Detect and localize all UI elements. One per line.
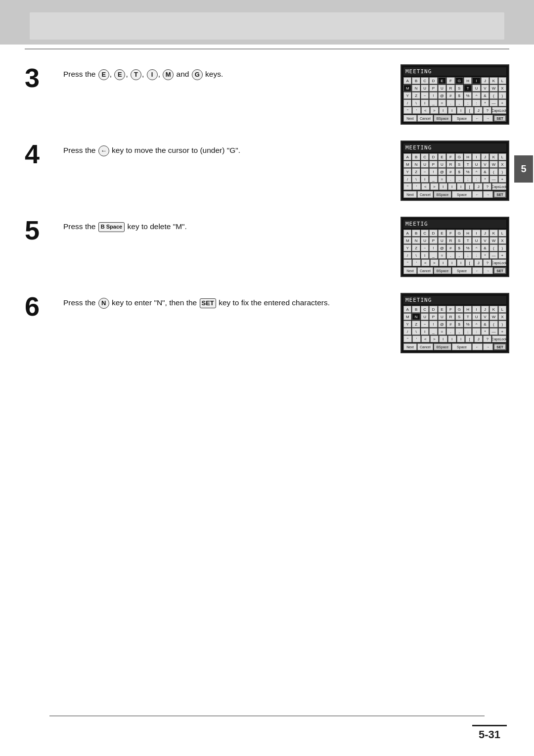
k5-Jk[interactable]: J	[474, 259, 483, 266]
key-A[interactable]: A	[403, 77, 411, 84]
k6-ex[interactable]: !	[429, 321, 437, 328]
k4-lb[interactable]: [	[465, 183, 474, 190]
k4-dq[interactable]: "	[403, 183, 412, 190]
k6-P[interactable]: P	[429, 313, 437, 320]
k5-lt[interactable]: <	[421, 259, 430, 266]
k4-I4[interactable]: I	[448, 183, 456, 190]
k4-qm[interactable]: ?	[483, 183, 491, 190]
k5-U[interactable]: U	[421, 237, 429, 244]
k4-caps[interactable]: CapsLock	[492, 183, 506, 190]
k6-S[interactable]: S	[455, 313, 463, 320]
k6-B[interactable]: B	[412, 306, 420, 313]
k4-F[interactable]: F	[446, 153, 454, 160]
k5-til[interactable]: ~	[421, 244, 429, 251]
k5-sq[interactable]: '	[412, 259, 421, 266]
key-star[interactable]: *	[481, 99, 489, 106]
k6-M[interactable]: M	[403, 313, 411, 320]
k4-C[interactable]: C	[421, 153, 429, 160]
key-U[interactable]: U	[421, 85, 429, 92]
k6-Jk[interactable]: J	[474, 335, 483, 342]
k4-pc[interactable]: %	[464, 168, 472, 175]
k5-C[interactable]: C	[421, 230, 429, 236]
key-tilde[interactable]: ~	[421, 92, 429, 99]
k4-P[interactable]: P	[429, 161, 437, 168]
key-I5[interactable]: I	[457, 107, 465, 114]
k5-H[interactable]: H	[464, 230, 472, 236]
k5-A[interactable]: A	[403, 230, 411, 236]
key-lpar[interactable]: (	[490, 92, 497, 99]
k6-un[interactable]: _	[429, 328, 437, 335]
k4-T[interactable]: T	[464, 161, 472, 168]
k5-U2[interactable]: U	[438, 237, 446, 244]
k5-st[interactable]: *	[481, 252, 489, 259]
k6-at[interactable]: @	[438, 321, 446, 328]
key-amp[interactable]: &	[481, 92, 489, 99]
btn-cancel-3[interactable]: Cancel	[417, 115, 433, 122]
key-G[interactable]: G	[192, 69, 203, 80]
k5-X[interactable]: X	[498, 237, 506, 244]
k4-lt[interactable]: <	[421, 183, 430, 190]
k5-R[interactable]: R	[446, 237, 454, 244]
k4-A[interactable]: A	[403, 153, 411, 160]
k6-col[interactable]: :	[472, 328, 480, 335]
k4-K[interactable]: K	[490, 153, 497, 160]
k6-qm[interactable]: ?	[483, 335, 491, 342]
k5-gt[interactable]: >	[430, 259, 439, 266]
k6-cm[interactable]: ,	[455, 328, 463, 335]
key-under[interactable]: _	[429, 99, 437, 106]
key-M-hl[interactable]: M	[403, 85, 411, 92]
k5-rp[interactable]: )	[498, 244, 506, 251]
key-SET-ref[interactable]: SET	[200, 298, 216, 308]
k4-J[interactable]: J	[481, 153, 489, 160]
k6-Z[interactable]: Z	[412, 321, 420, 328]
btn-next-6[interactable]: Next	[403, 343, 417, 350]
key-dash[interactable]: —	[490, 99, 497, 106]
k6-hs[interactable]: #	[446, 321, 454, 328]
k4-Z[interactable]: Z	[412, 168, 420, 175]
btn-left-4[interactable]: ←	[472, 191, 483, 198]
k4-dsh[interactable]: —	[490, 176, 497, 183]
k5-cr[interactable]: ^	[472, 244, 480, 251]
k5-pc[interactable]: %	[464, 244, 472, 251]
k5-I3[interactable]: I	[439, 259, 447, 266]
key-squote[interactable]: '	[412, 107, 421, 114]
k6-I[interactable]: I	[472, 306, 480, 313]
key-colon[interactable]: :	[472, 99, 480, 106]
key-B[interactable]: B	[412, 77, 420, 84]
key-plus[interactable]: +	[498, 99, 506, 106]
k5-sc[interactable]: ;	[464, 252, 472, 259]
key-G-hl[interactable]: G	[455, 77, 463, 84]
k4-M[interactable]: M	[403, 161, 411, 168]
k5-E[interactable]: E	[438, 230, 446, 236]
key-caps[interactable]: CapsLock	[492, 107, 506, 114]
btn-cancel-5[interactable]: Cancel	[417, 267, 433, 274]
k6-I5[interactable]: I	[457, 335, 465, 342]
key-W[interactable]: W	[490, 85, 497, 92]
k6-dsh[interactable]: —	[490, 328, 497, 335]
k6-st[interactable]: *	[481, 328, 489, 335]
key-L[interactable]: L	[498, 77, 506, 84]
k4-gt[interactable]: >	[430, 183, 439, 190]
k6-sq[interactable]: '	[412, 335, 421, 342]
k6-gt[interactable]: >	[430, 335, 439, 342]
btn-left-5[interactable]: ←	[472, 267, 483, 274]
key-E-hl[interactable]: E	[438, 77, 446, 84]
key-lbr[interactable]: [	[465, 107, 474, 114]
k5-pl[interactable]: +	[498, 252, 506, 259]
key-gt[interactable]: >	[430, 107, 439, 114]
key-Y[interactable]: Y	[403, 92, 411, 99]
k5-cm[interactable]: ,	[455, 252, 463, 259]
k5-at[interactable]: @	[438, 244, 446, 251]
k5-T[interactable]: T	[464, 237, 472, 244]
key-V[interactable]: V	[481, 85, 489, 92]
k6-X[interactable]: X	[498, 313, 506, 320]
k6-E[interactable]: E	[438, 306, 446, 313]
key-J[interactable]: J	[481, 77, 489, 84]
key-S[interactable]: S	[455, 85, 463, 92]
btn-next-3[interactable]: Next	[403, 115, 417, 122]
k6-I4[interactable]: I	[448, 335, 456, 342]
k6-lt[interactable]: <	[421, 335, 430, 342]
k5-G[interactable]: G	[455, 230, 463, 236]
k4-til[interactable]: ~	[421, 168, 429, 175]
btn-bspace-6[interactable]: BSpace	[434, 343, 451, 350]
